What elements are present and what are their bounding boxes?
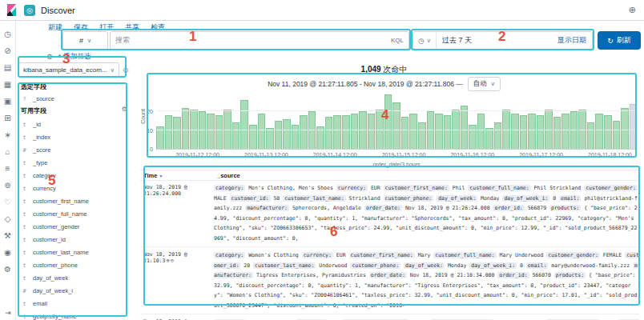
histogram-bar[interactable] bbox=[292, 125, 300, 149]
histogram-bar[interactable] bbox=[325, 117, 333, 149]
histogram-bar[interactable] bbox=[461, 106, 469, 149]
infrastructure-icon[interactable]: ⌂ bbox=[5, 143, 10, 160]
uptime-icon[interactable]: ♡ bbox=[4, 194, 11, 210]
histogram-bar[interactable] bbox=[240, 100, 248, 149]
maps-icon[interactable]: ▦ bbox=[4, 76, 11, 93]
histogram-bar[interactable] bbox=[469, 125, 477, 149]
zoom-out-icon[interactable]: ⊖ bbox=[171, 258, 174, 264]
selected-field-_source[interactable]: ?_source bbox=[21, 93, 131, 105]
histogram-bar[interactable] bbox=[368, 114, 376, 149]
histogram-bar[interactable] bbox=[561, 114, 570, 149]
histogram-bar[interactable] bbox=[266, 128, 274, 149]
time-range-value[interactable]: 过去 7 天 bbox=[437, 35, 557, 46]
field-customer_gender[interactable]: tcustomer_gender bbox=[21, 221, 131, 233]
histogram-bar[interactable] bbox=[485, 128, 493, 149]
collapse-nav-icon[interactable]: ⇥ bbox=[0, 309, 16, 317]
field-_score[interactable]: #_score bbox=[21, 144, 131, 156]
menu-new-button[interactable]: 新建 bbox=[48, 22, 62, 32]
histogram-bar[interactable] bbox=[401, 117, 409, 149]
histogram-bar[interactable] bbox=[249, 125, 257, 149]
histogram-bar[interactable] bbox=[409, 114, 417, 149]
logs-icon[interactable]: ≡ bbox=[6, 160, 10, 177]
field-day_of_week[interactable]: tday_of_week bbox=[21, 272, 131, 284]
histogram-bar[interactable] bbox=[537, 115, 545, 149]
field-customer_id[interactable]: tcustomer_id bbox=[21, 234, 131, 246]
visualize-icon[interactable]: ▣ bbox=[4, 93, 11, 110]
dev-tools-icon[interactable]: ⚒ bbox=[4, 227, 11, 244]
histogram-bar[interactable] bbox=[570, 111, 578, 149]
field-geoip.city_name[interactable]: tgeoip.city_name bbox=[21, 310, 131, 320]
field-category[interactable]: tcategory bbox=[21, 170, 131, 182]
histogram-bar[interactable] bbox=[275, 121, 283, 149]
index-pattern-gear-icon[interactable]: ⚙ bbox=[123, 66, 129, 74]
add-filter-button[interactable]: + 添加筛选 bbox=[58, 52, 91, 62]
histogram-bar[interactable] bbox=[520, 115, 528, 149]
histogram-bar[interactable] bbox=[621, 108, 629, 149]
index-pattern-select[interactable]: kibana_sample_data_ecom... ∨ bbox=[18, 62, 119, 78]
query-filter-dropdown[interactable]: # ∨ bbox=[62, 31, 108, 50]
field-day_of_week_i[interactable]: #day_of_week_i bbox=[21, 285, 131, 297]
time-column-header[interactable]: Time ▼ bbox=[140, 172, 217, 179]
monitoring-icon[interactable]: ◉ bbox=[4, 244, 11, 261]
siem-icon[interactable]: ◇ bbox=[5, 210, 11, 227]
field-_index[interactable]: t_index bbox=[21, 131, 131, 143]
time-picker[interactable]: ◷ ∨ 过去 7 天 显示日期 bbox=[413, 31, 593, 50]
histogram-bar[interactable] bbox=[199, 111, 207, 149]
filter-options-icon[interactable]: ⚙ bbox=[46, 53, 53, 61]
recent-icon[interactable]: ◷ bbox=[4, 26, 11, 42]
field-currency[interactable]: tcurrency bbox=[21, 182, 131, 194]
histogram-bar[interactable] bbox=[604, 115, 612, 149]
management-icon[interactable]: ⚙ bbox=[4, 261, 11, 278]
discover-icon[interactable]: ⊘ bbox=[4, 42, 10, 59]
field-customer_last_name[interactable]: tcustomer_last_name bbox=[21, 246, 131, 258]
apm-icon[interactable]: ⊚ bbox=[4, 177, 10, 194]
histogram-bar[interactable] bbox=[173, 117, 181, 149]
refresh-button[interactable]: ↻ 刷新 bbox=[598, 31, 641, 50]
field-_type[interactable]: t_type bbox=[21, 157, 131, 169]
field-customer_phone[interactable]: tcustomer_phone bbox=[21, 259, 131, 271]
histogram-bar[interactable] bbox=[392, 102, 400, 149]
kibana-logo[interactable] bbox=[6, 4, 18, 16]
search-input[interactable]: 搜索 KQL bbox=[110, 31, 409, 50]
histogram-bar[interactable] bbox=[300, 115, 308, 149]
histogram-bar[interactable] bbox=[435, 114, 443, 149]
histogram-bar[interactable] bbox=[418, 122, 426, 149]
available-fields-gear-icon[interactable]: ⚙ bbox=[122, 106, 127, 113]
machine-learning-icon[interactable]: ∗ bbox=[4, 126, 10, 143]
help-icon[interactable]: ⊕ bbox=[629, 5, 636, 15]
field-customer_first_name[interactable]: tcustomer_first_name bbox=[21, 195, 131, 207]
histogram-bar[interactable] bbox=[553, 117, 561, 149]
histogram-bar[interactable] bbox=[427, 111, 435, 149]
histogram-bar[interactable] bbox=[342, 115, 350, 149]
table-row[interactable]: Nov 18, 2019 @ 21:26:24.000category: Men… bbox=[140, 180, 639, 247]
show-dates-button[interactable]: 显示日期 bbox=[557, 35, 592, 46]
zoom-in-icon[interactable]: ⊕ bbox=[166, 258, 169, 264]
histogram-bar[interactable] bbox=[528, 114, 536, 149]
interval-select[interactable]: 自动 ∨ bbox=[468, 77, 501, 91]
histogram-bar[interactable] bbox=[333, 115, 341, 149]
canvas-icon[interactable]: ▤ bbox=[4, 59, 11, 76]
kql-label[interactable]: KQL bbox=[391, 37, 404, 44]
table-row[interactable]: Nov 18, 2019 @ 21:10:3⊕⊖category: Women'… bbox=[140, 247, 639, 314]
field-customer_full_name[interactable]: tcustomer_full_name bbox=[21, 208, 131, 220]
dashboard-icon[interactable]: ⊞ bbox=[4, 110, 10, 126]
histogram-bar[interactable] bbox=[613, 121, 621, 149]
time-picker-quick-menu[interactable]: ◷ ∨ bbox=[413, 32, 437, 49]
histogram-bar[interactable] bbox=[511, 114, 519, 149]
histogram-bar[interactable] bbox=[232, 122, 240, 149]
histogram-bar[interactable] bbox=[283, 119, 291, 149]
histogram-bar[interactable] bbox=[215, 115, 223, 149]
histogram-bar[interactable] bbox=[384, 94, 392, 149]
histogram-bar[interactable] bbox=[359, 111, 367, 149]
histogram-bar[interactable] bbox=[258, 114, 266, 149]
sort-desc-icon[interactable]: ▼ bbox=[159, 174, 163, 178]
field-_id[interactable]: t_id bbox=[21, 118, 131, 130]
histogram-bar[interactable] bbox=[165, 115, 173, 149]
histogram-bar[interactable] bbox=[587, 122, 595, 149]
histogram-bar[interactable] bbox=[351, 114, 359, 149]
histogram-bar[interactable] bbox=[444, 115, 452, 149]
histogram-bar[interactable] bbox=[207, 114, 215, 149]
histogram-bar[interactable] bbox=[595, 114, 603, 149]
histogram-bar[interactable] bbox=[477, 114, 485, 149]
table-row[interactable]: Nov 18, 2019 @ 20:57:36.000category: Men… bbox=[140, 314, 639, 320]
